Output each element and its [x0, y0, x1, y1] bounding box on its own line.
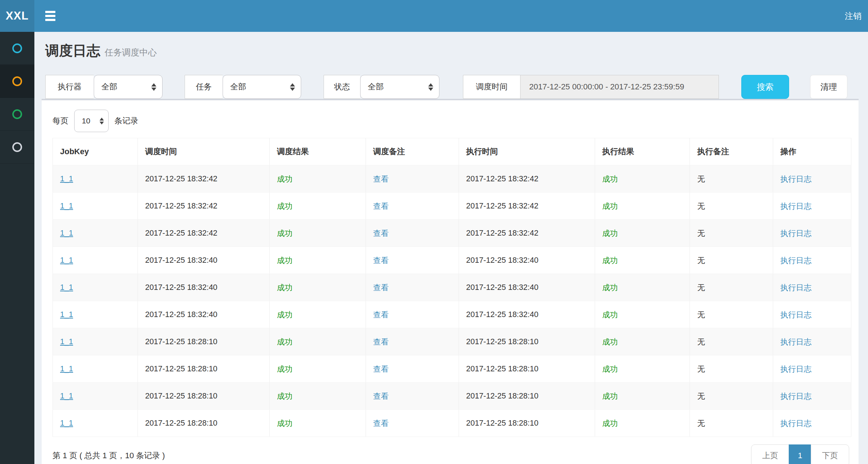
main-content: 调度日志任务调度中心 执行器 全部 任务 全部 状态 — [34, 0, 868, 464]
job-key-link[interactable]: 1_1 — [60, 364, 73, 373]
execute-log-link[interactable]: 执行日志 — [780, 175, 812, 184]
handle-note-cell-cell: 无 — [690, 193, 773, 220]
select-arrows-icon — [290, 83, 295, 91]
page-size-row: 每页 10 条记录 — [52, 110, 851, 132]
handle-note-cell-cell: 无 — [690, 328, 773, 355]
handle-time-cell-cell: 2017-12-25 18:32:42 — [459, 165, 595, 193]
app-logo[interactable]: XXL — [0, 0, 34, 32]
trigger-time-cell: 2017-12-25 18:32:42 — [145, 174, 218, 183]
sidebar-item[interactable] — [0, 131, 34, 164]
trigger-time-cell: 2017-12-25 18:28:10 — [145, 419, 218, 427]
job-key-link[interactable]: 1_1 — [60, 202, 73, 210]
clear-button[interactable]: 清理 — [810, 75, 847, 99]
view-trigger-note-link[interactable]: 查看 — [373, 338, 389, 346]
view-trigger-note-link[interactable]: 查看 — [373, 392, 389, 401]
handle-note-cell-cell: 无 — [690, 247, 773, 274]
job-key-link[interactable]: 1_1 — [60, 229, 73, 237]
handle-time-cell-cell: 2017-12-25 18:28:10 — [459, 383, 595, 410]
logout-link[interactable]: 注销 — [838, 0, 868, 32]
search-button[interactable]: 搜索 — [741, 75, 789, 99]
hamburger-icon — [45, 19, 55, 21]
job-key-link-cell: 1_1 — [53, 274, 138, 301]
view-trigger-note-link[interactable]: 查看 — [373, 365, 389, 374]
trigger-result-text-cell: 成功 — [269, 410, 366, 437]
trigger-result-text: 成功 — [277, 365, 292, 374]
trigger-time-cell-cell: 2017-12-25 18:32:40 — [138, 247, 269, 274]
view-trigger-note-link[interactable]: 查看 — [373, 175, 389, 184]
hamburger-icon — [45, 15, 55, 17]
trigger-time-range-input[interactable]: 2017-12-25 00:00:00 - 2017-12-25 23:59:5… — [520, 75, 719, 99]
pagination: 上页 1 下页 — [751, 444, 849, 464]
handle-result-text-cell: 成功 — [595, 247, 690, 274]
column-header: JobKey — [53, 138, 138, 165]
execute-log-link-cell: 执行日志 — [773, 193, 851, 220]
trigger-result-text-cell: 成功 — [269, 355, 366, 383]
view-trigger-note-link[interactable]: 查看 — [373, 311, 389, 319]
execute-log-link[interactable]: 执行日志 — [780, 365, 812, 374]
execute-log-link[interactable]: 执行日志 — [780, 392, 812, 401]
trigger-result-text: 成功 — [277, 311, 292, 319]
job-key-link[interactable]: 1_1 — [60, 310, 73, 319]
handle-note-cell-cell: 无 — [690, 355, 773, 383]
handle-note-cell: 无 — [697, 311, 705, 319]
status-select[interactable]: 全部 — [360, 75, 439, 99]
circle-o-icon — [12, 43, 22, 53]
next-page-button[interactable]: 下页 — [811, 444, 849, 464]
job-key-link[interactable]: 1_1 — [60, 419, 73, 427]
view-trigger-note-link-cell: 查看 — [366, 328, 459, 355]
job-key-link-cell: 1_1 — [53, 165, 138, 193]
trigger-time-cell-cell: 2017-12-25 18:32:42 — [138, 193, 269, 220]
trigger-time-cell-cell: 2017-12-25 18:32:40 — [138, 301, 269, 328]
execute-log-link[interactable]: 执行日志 — [780, 202, 812, 211]
job-select[interactable]: 全部 — [223, 75, 301, 99]
trigger-result-text: 成功 — [277, 202, 292, 211]
trigger-time-cell: 2017-12-25 18:32:40 — [145, 283, 218, 292]
hamburger-icon — [45, 11, 55, 13]
job-key-link[interactable]: 1_1 — [60, 337, 73, 346]
job-key-link-cell: 1_1 — [53, 383, 138, 410]
view-trigger-note-link-cell: 查看 — [366, 274, 459, 301]
sidebar-item[interactable] — [0, 65, 34, 98]
view-trigger-note-link[interactable]: 查看 — [373, 283, 389, 292]
sidebar-toggle-button[interactable] — [34, 0, 66, 32]
job-key-link[interactable]: 1_1 — [60, 256, 73, 265]
column-header: 调度结果 — [269, 138, 366, 165]
sidebar-item[interactable] — [0, 98, 34, 131]
prev-page-button[interactable]: 上页 — [751, 444, 789, 464]
sidebar-item[interactable] — [0, 32, 34, 65]
trigger-time-cell: 2017-12-25 18:28:10 — [145, 392, 218, 400]
table-row: 1_12017-12-25 18:28:10成功查看2017-12-25 18:… — [53, 410, 851, 437]
table-row: 1_12017-12-25 18:32:42成功查看2017-12-25 18:… — [53, 220, 851, 247]
execute-log-link[interactable]: 执行日志 — [780, 229, 812, 238]
handle-note-cell: 无 — [697, 283, 705, 292]
execute-log-link[interactable]: 执行日志 — [780, 311, 812, 319]
sidebar — [0, 32, 34, 464]
trigger-time-cell-cell: 2017-12-25 18:28:10 — [138, 410, 269, 437]
trigger-time-cell-cell: 2017-12-25 18:32:42 — [138, 220, 269, 247]
execute-log-link[interactable]: 执行日志 — [780, 256, 812, 265]
handle-time-cell: 2017-12-25 18:32:40 — [466, 283, 539, 292]
job-key-link[interactable]: 1_1 — [60, 283, 73, 292]
top-navbar: XXL 注销 — [0, 0, 868, 32]
job-key-link[interactable]: 1_1 — [60, 392, 73, 400]
handle-result-text-cell: 成功 — [595, 193, 690, 220]
execute-log-link[interactable]: 执行日志 — [780, 283, 812, 292]
view-trigger-note-link[interactable]: 查看 — [373, 202, 389, 211]
job-key-link-cell: 1_1 — [53, 247, 138, 274]
executor-select[interactable]: 全部 — [94, 75, 163, 99]
job-key-link[interactable]: 1_1 — [60, 174, 73, 183]
trigger-time-cell-cell: 2017-12-25 18:28:10 — [138, 355, 269, 383]
execute-log-link[interactable]: 执行日志 — [780, 419, 812, 428]
view-trigger-note-link[interactable]: 查看 — [373, 419, 389, 428]
current-page-button[interactable]: 1 — [789, 444, 811, 464]
view-trigger-note-link-cell: 查看 — [366, 410, 459, 437]
handle-result-text-cell: 成功 — [595, 274, 690, 301]
table-row: 1_12017-12-25 18:28:10成功查看2017-12-25 18:… — [53, 383, 851, 410]
view-trigger-note-link[interactable]: 查看 — [373, 256, 389, 265]
execute-log-link-cell: 执行日志 — [773, 301, 851, 328]
execute-log-link[interactable]: 执行日志 — [780, 338, 812, 346]
page-size-select[interactable]: 10 — [74, 110, 109, 132]
view-trigger-note-link[interactable]: 查看 — [373, 229, 389, 238]
trigger-result-text: 成功 — [277, 338, 292, 346]
handle-time-cell-cell: 2017-12-25 18:32:42 — [459, 220, 595, 247]
